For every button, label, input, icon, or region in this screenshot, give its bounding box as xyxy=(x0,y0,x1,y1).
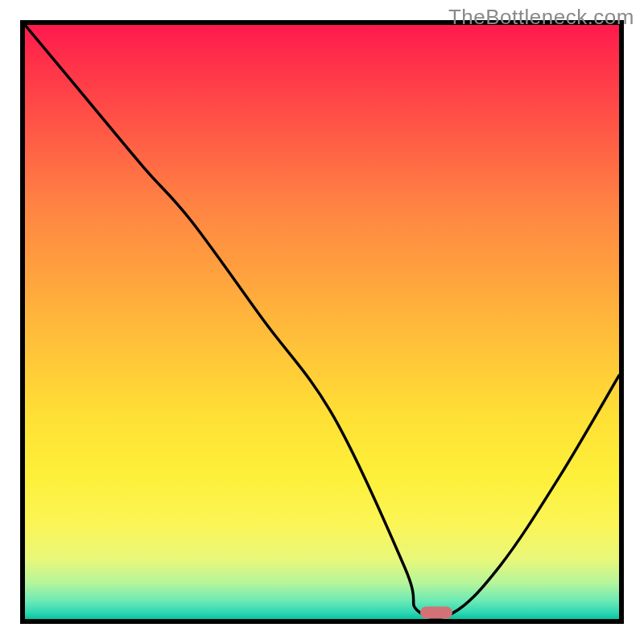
watermark-text: TheBottleneck.com xyxy=(448,5,634,30)
bottleneck-curve xyxy=(25,25,619,619)
optimal-marker xyxy=(420,606,452,618)
chart-container: TheBottleneck.com xyxy=(0,0,644,644)
